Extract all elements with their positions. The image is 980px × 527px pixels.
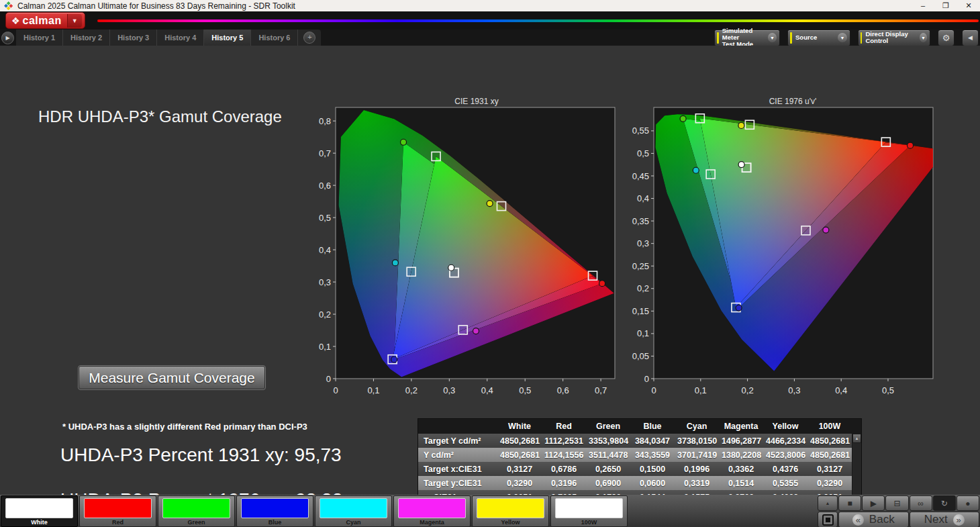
- history-tab-1[interactable]: History 1: [16, 30, 63, 46]
- display-control-dropdown[interactable]: Direct Display Control ▼: [858, 30, 930, 46]
- history-tab-5[interactable]: History 5: [204, 30, 251, 46]
- color-chip: [241, 498, 309, 518]
- table-cell: 4850,2681: [497, 448, 542, 462]
- calman-logo-text: calman: [23, 15, 67, 27]
- y-tick-label: 0,5: [637, 148, 649, 158]
- table-cell: 1380,2208: [719, 448, 763, 462]
- column-header-blue: Blue: [630, 419, 675, 434]
- source-dropdown[interactable]: Source ▼: [787, 30, 850, 46]
- y-tick-label: 0,3: [319, 277, 331, 287]
- measured-point-magenta: [473, 328, 479, 334]
- color-chip: [555, 498, 623, 518]
- calman-logo-icon: ❖: [11, 15, 20, 26]
- back-button-label: Back: [869, 513, 895, 526]
- pattern-bar: WhiteRedGreenBlueCyanMagentaYellow100W ▲…: [0, 495, 980, 527]
- table-row: Target Y cd/m²4850,26811112,25313353,980…: [418, 434, 852, 448]
- next-button[interactable]: Next »: [910, 512, 980, 527]
- collapse-panel-button[interactable]: ◀: [962, 30, 979, 46]
- restore-icon[interactable]: ❐: [934, 0, 957, 11]
- table-cell: 0,3362: [719, 462, 763, 476]
- measure-gamut-coverage-button[interactable]: Measure Gamut Coverage: [79, 366, 265, 389]
- record-button[interactable]: ●: [957, 495, 979, 511]
- table-cell: 0,3127: [807, 462, 852, 476]
- add-tab-button[interactable]: +: [303, 32, 315, 44]
- scroll-up-icon[interactable]: ▲: [852, 434, 861, 443]
- calman-menu-button[interactable]: ❖ calman ▼: [5, 12, 85, 29]
- toolbar-right: Simulated Meter Test Mode ▼ Source ▼ Dir…: [714, 30, 980, 46]
- table-cell: 4850,2681: [497, 434, 542, 448]
- history-tabs: History 1History 2History 3History 4Hist…: [16, 30, 321, 46]
- y-tick-label: 0,4: [319, 245, 331, 255]
- table-cell: 4523,8006: [763, 448, 807, 462]
- source-dropdown-label: Source: [795, 34, 817, 41]
- y-tick-label: 0,1: [637, 328, 649, 338]
- column-header-yellow: Yellow: [763, 419, 807, 434]
- pattern-window-button[interactable]: ⊟: [885, 495, 908, 511]
- play-button[interactable]: ▶: [862, 495, 885, 511]
- stop-icon: ■: [847, 499, 852, 508]
- tab-menu-button[interactable]: ▶: [1, 32, 14, 44]
- loop-button[interactable]: ↻: [933, 495, 956, 511]
- settings-button[interactable]: ⚙: [938, 30, 954, 46]
- history-tab-4[interactable]: History 4: [157, 30, 204, 46]
- color-chip: [5, 498, 73, 518]
- meter-dropdown-line1: Simulated Meter: [722, 27, 752, 41]
- stop-button[interactable]: ■: [838, 495, 861, 511]
- continuous-button[interactable]: ∞: [910, 495, 932, 511]
- pattern-window-button[interactable]: [818, 512, 838, 527]
- y-tick-label: 0,05: [632, 351, 649, 361]
- back-button[interactable]: « Back: [838, 512, 909, 527]
- chevron-down-icon: ▼: [768, 33, 777, 42]
- play-arrow-icon: ▶: [5, 35, 9, 41]
- history-tab-2[interactable]: History 2: [63, 30, 110, 46]
- window-controls: – ❐ ✕: [912, 0, 980, 11]
- display-control-status-stripe: [861, 32, 862, 44]
- pattern-swatch-100w[interactable]: 100W: [550, 495, 628, 527]
- table-cell: 1112,2531: [542, 434, 586, 448]
- pattern-swatch-cyan[interactable]: Cyan: [315, 495, 392, 527]
- measured-point-cyan: [693, 167, 699, 173]
- y-tick-label: 0: [644, 374, 649, 384]
- table-cell: 0,3127: [497, 462, 542, 476]
- x-tick-label: 0: [333, 385, 338, 395]
- swatch-label: 100W: [551, 519, 627, 526]
- table-cell: 1496,2877: [719, 434, 763, 448]
- x-tick-label: 0,5: [519, 385, 531, 395]
- close-icon[interactable]: ✕: [957, 0, 980, 11]
- measured-point-blue: [736, 305, 742, 311]
- measured-point-yellow: [487, 201, 493, 207]
- table-cell: 0,5355: [763, 476, 807, 490]
- history-tab-6[interactable]: History 6: [251, 30, 298, 46]
- meter-dropdown[interactable]: Simulated Meter Test Mode ▼: [714, 30, 780, 46]
- swatch-label: Green: [158, 519, 234, 526]
- gear-icon: ⚙: [942, 33, 950, 43]
- x-tick-label: 0,2: [742, 385, 754, 395]
- pattern-swatch-white[interactable]: White: [1, 495, 78, 527]
- pattern-swatch-yellow[interactable]: Yellow: [472, 495, 549, 527]
- table-cell: 0,6900: [586, 476, 630, 490]
- history-tab-3[interactable]: History 3: [110, 30, 157, 46]
- pattern-swatch-magenta[interactable]: Magenta: [393, 495, 471, 527]
- pattern-swatch-red[interactable]: Red: [79, 495, 156, 527]
- display-control-dropdown-label: Direct Display Control: [865, 31, 919, 44]
- panel-expand-button[interactable]: ▲: [818, 495, 838, 511]
- table-cell: 0,6786: [542, 462, 586, 476]
- measured-point-red: [908, 142, 914, 148]
- y-tick-label: 0,8: [319, 116, 331, 126]
- framed-square-icon: [822, 514, 834, 526]
- table-cell: 0,3290: [497, 476, 542, 490]
- rainbow-accent-bar: [97, 19, 979, 22]
- window-titlebar: Calman 2025 Calman Ultimate for Business…: [0, 0, 980, 11]
- table-cell: 0,0600: [630, 476, 675, 490]
- pattern-swatch-blue[interactable]: Blue: [236, 495, 313, 527]
- pattern-swatch-green[interactable]: Green: [158, 495, 235, 527]
- minimize-icon[interactable]: –: [912, 0, 934, 11]
- row-label: Target x:CIE31: [418, 462, 497, 476]
- y-tick-label: 0,2: [637, 283, 649, 293]
- app-icon: [4, 1, 13, 10]
- cie1931-chart: 00,10,20,30,40,50,60,700,10,20,30,40,50,…: [309, 105, 618, 397]
- swatch-label: Cyan: [315, 519, 391, 526]
- table-cell: 0,2650: [586, 462, 630, 476]
- measured-point-red: [599, 281, 605, 287]
- swatch-label: Magenta: [394, 519, 470, 526]
